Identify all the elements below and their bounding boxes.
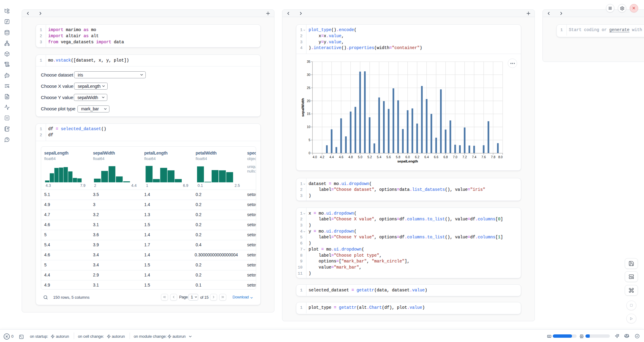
svg-text:6.2: 6.2 (415, 155, 420, 159)
svg-text:5: 5 (309, 138, 310, 142)
svg-text:7.4: 7.4 (472, 155, 477, 159)
svg-text:6.0: 6.0 (406, 155, 410, 159)
svg-text:7.6: 7.6 (481, 155, 486, 159)
svg-text:4.0: 4.0 (313, 155, 317, 159)
svg-text:6.4: 6.4 (424, 155, 429, 159)
svg-text:7.8: 7.8 (491, 155, 496, 159)
svg-text:6.8: 6.8 (443, 155, 448, 159)
svg-text:4.4: 4.4 (329, 155, 334, 159)
svg-text:25: 25 (307, 86, 310, 90)
svg-text:6.6: 6.6 (434, 155, 438, 159)
svg-text:4.6: 4.6 (339, 155, 343, 159)
svg-text:7.0: 7.0 (453, 155, 457, 159)
svg-text:4.2: 4.2 (320, 155, 324, 159)
svg-text:0: 0 (309, 151, 310, 155)
svg-text:5.6: 5.6 (386, 155, 391, 159)
svg-text:5.2: 5.2 (367, 155, 372, 159)
svg-text:7.2: 7.2 (463, 155, 467, 159)
svg-text:35: 35 (307, 60, 310, 63)
svg-text:5.0: 5.0 (358, 155, 363, 159)
svg-text:10: 10 (307, 125, 310, 129)
svg-text:sepalWidth: sepalWidth (301, 98, 305, 117)
svg-text:5.4: 5.4 (377, 155, 381, 159)
svg-text:30: 30 (307, 73, 310, 77)
svg-text:8.0: 8.0 (498, 155, 503, 159)
svg-text:5.8: 5.8 (396, 155, 400, 159)
svg-text:4.8: 4.8 (349, 155, 353, 159)
svg-text:20: 20 (307, 99, 310, 103)
svg-text:15: 15 (307, 112, 310, 116)
svg-text:sepalLength: sepalLength (397, 159, 418, 163)
